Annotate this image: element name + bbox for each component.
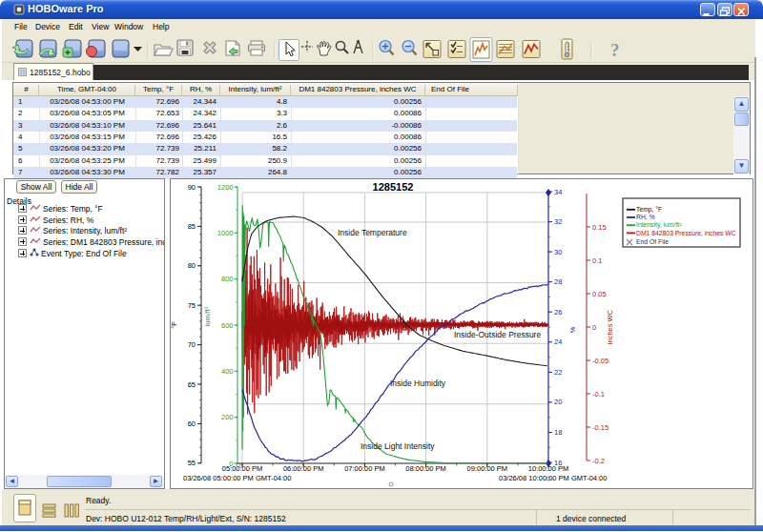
svg-text:1200: 1200 [217, 183, 234, 192]
svg-text:800: 800 [221, 275, 234, 283]
svg-text:55: 55 [188, 459, 196, 467]
svg-text:Inside Light Intensity: Inside Light Intensity [361, 441, 435, 451]
svg-text:200: 200 [221, 413, 234, 421]
svg-text:%: % [568, 326, 577, 333]
svg-text:0.1: 0.1 [592, 256, 602, 265]
svg-text:22: 22 [554, 368, 562, 377]
svg-text:-0.2: -0.2 [592, 457, 605, 465]
svg-text:-0.1: -0.1 [592, 390, 605, 399]
svg-text:inches WC: inches WC [606, 309, 614, 344]
svg-text:End Of File: End Of File [636, 238, 669, 245]
svg-text:85: 85 [188, 222, 196, 231]
svg-text:0: 0 [592, 323, 596, 332]
svg-text:Inside Temperature: Inside Temperature [338, 228, 407, 237]
svg-text:60: 60 [188, 419, 196, 428]
svg-text:DM1 842803 Pressure, inches WC: DM1 842803 Pressure, inches WC [636, 230, 736, 236]
svg-text:0.15: 0.15 [592, 223, 607, 232]
svg-text:24: 24 [554, 338, 562, 346]
svg-text:90: 90 [188, 183, 196, 192]
svg-text:18: 18 [554, 428, 562, 437]
svg-text:20: 20 [554, 398, 562, 406]
svg-text:Inside-Outside Pressure: Inside-Outside Pressure [454, 330, 541, 339]
svg-text:-0.05: -0.05 [592, 357, 608, 365]
svg-text:32: 32 [554, 217, 562, 226]
svg-text:70: 70 [188, 340, 196, 349]
svg-text:-0.15: -0.15 [592, 423, 608, 432]
svg-text:28: 28 [554, 277, 562, 286]
svg-text:RH, %: RH, % [636, 214, 655, 220]
svg-text:30: 30 [554, 248, 562, 256]
svg-text:?: ? [610, 40, 620, 60]
svg-text:26: 26 [554, 308, 562, 317]
svg-text:lum/ft²: lum/ft² [203, 306, 212, 326]
svg-text:16: 16 [554, 459, 562, 467]
svg-text:03/26/08 10:00:00 PM GMT-04:00: 03/26/08 10:00:00 PM GMT-04:00 [499, 474, 607, 482]
svg-text:75: 75 [188, 301, 196, 310]
svg-text:1285152: 1285152 [373, 181, 414, 193]
svg-text:34: 34 [554, 188, 562, 196]
svg-text:Temp, °F: Temp, °F [636, 206, 662, 214]
svg-text:80: 80 [188, 261, 196, 270]
svg-text:1000: 1000 [217, 229, 234, 237]
svg-text:0.05: 0.05 [592, 290, 607, 298]
svg-text:°F: °F [171, 321, 178, 329]
svg-text:600: 600 [221, 321, 234, 330]
svg-text:65: 65 [188, 380, 196, 389]
svg-text:Intensity, lum/ft²: Intensity, lum/ft² [636, 221, 682, 229]
svg-text:400: 400 [221, 367, 234, 376]
svg-text:Inside Humidity: Inside Humidity [390, 379, 446, 388]
svg-text:03/26/08 05:00:00 PM GMT-04:00: 03/26/08 05:00:00 PM GMT-04:00 [183, 474, 291, 482]
